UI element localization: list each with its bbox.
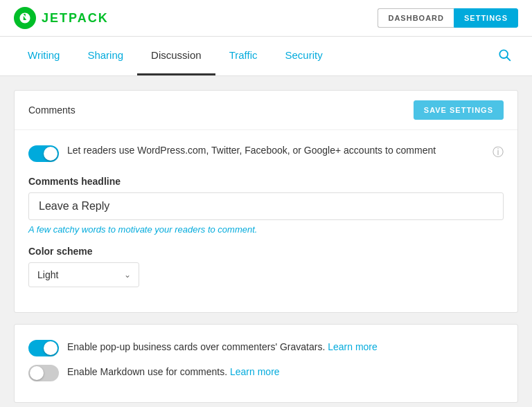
color-scheme-group: Color scheme Light Dark Transparent Auto… (28, 246, 504, 287)
dashboard-button[interactable]: DASHBOARD (378, 8, 454, 28)
logo: JETPACK (14, 7, 109, 29)
nav-tabs-left: Writing Sharing Discussion Traffic Secur… (14, 37, 337, 75)
nav-tabs: Writing Sharing Discussion Traffic Secur… (0, 37, 532, 76)
gravatars-label: Enable pop-up business cards over commen… (67, 341, 504, 354)
card-title: Comments (28, 105, 76, 116)
svg-line-1 (507, 57, 511, 60)
comments-headline-hint: A few catchy words to motivate your read… (28, 224, 504, 235)
card-body: Let readers use WordPress.com, Twitter, … (15, 130, 517, 312)
gravatars-learn-more[interactable]: Learn more (328, 341, 378, 352)
info-icon[interactable]: ⓘ (493, 145, 504, 160)
markdown-text: Enable Markdown use for comments. (67, 366, 227, 377)
gravatars-toggle[interactable] (28, 340, 59, 356)
markdown-toggle[interactable] (28, 365, 59, 381)
extra-card-body: Enable pop-up business cards over commen… (15, 325, 517, 402)
comments-headline-label: Comments headline (28, 176, 504, 187)
toggle-readers-label: Let readers use WordPress.com, Twitter, … (67, 144, 484, 158)
gravatars-text: Enable pop-up business cards over commen… (67, 341, 325, 352)
header-buttons: DASHBOARD SETTINGS (378, 8, 518, 28)
tab-sharing[interactable]: Sharing (73, 37, 137, 75)
toggle-readers-toggle[interactable] (28, 145, 59, 162)
tab-writing[interactable]: Writing (14, 37, 73, 75)
markdown-learn-more[interactable]: Learn more (230, 366, 280, 377)
comments-card: Comments SAVE SETTINGS Let readers use W… (14, 90, 518, 313)
save-settings-button[interactable]: SAVE SETTINGS (414, 100, 504, 120)
card-header: Comments SAVE SETTINGS (15, 91, 517, 130)
comments-headline-input[interactable] (28, 192, 504, 220)
toggle-row-2: Enable pop-up business cards over commen… (28, 338, 504, 356)
comments-headline-group: Comments headline A few catchy words to … (28, 176, 504, 235)
toggle-row-3: Enable Markdown use for comments. Learn … (28, 363, 504, 381)
settings-button[interactable]: SETTINGS (454, 8, 518, 28)
color-scheme-select-wrapper: Light Dark Transparent Auto ⌄ (28, 262, 139, 287)
logo-text: JETPACK (42, 11, 109, 26)
search-button[interactable] (490, 37, 518, 75)
tab-traffic[interactable]: Traffic (215, 37, 272, 75)
tab-security[interactable]: Security (271, 37, 336, 75)
header: JETPACK DASHBOARD SETTINGS (0, 0, 532, 37)
markdown-label: Enable Markdown use for comments. Learn … (67, 365, 504, 379)
color-scheme-select[interactable]: Light Dark Transparent Auto (28, 262, 139, 287)
tab-discussion[interactable]: Discussion (137, 37, 215, 75)
color-scheme-label: Color scheme (28, 246, 504, 257)
jetpack-logo-icon (14, 7, 36, 29)
extra-settings-card: Enable pop-up business cards over commen… (14, 324, 518, 403)
main-content: Comments SAVE SETTINGS Let readers use W… (0, 76, 532, 407)
toggle-row-1: Let readers use WordPress.com, Twitter, … (28, 144, 504, 162)
